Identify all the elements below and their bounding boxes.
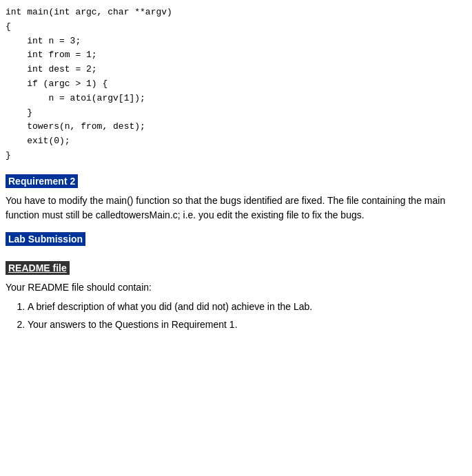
list-item-2: Your answers to the Questions in Require…: [28, 317, 461, 333]
code-line-3: {: [6, 20, 461, 34]
code-line-1: int main(int argc, char **argv): [6, 6, 461, 20]
code-line-5: int n = 3;: [6, 34, 461, 49]
readme-section: README file Your README file should cont…: [6, 258, 461, 333]
code-block: int main(int argc, char **argv) { int n …: [6, 6, 461, 163]
code-line-7: int from = 1;: [6, 48, 461, 63]
code-line-13: n = atoi(argv[1]);: [6, 92, 461, 106]
code-line-15: }: [6, 106, 461, 121]
code-line-9: int dest = 2;: [6, 63, 461, 77]
readme-intro: Your README file should contain:: [6, 280, 461, 295]
code-line-21: }: [6, 149, 461, 163]
lab-submission-section: Lab Submission: [6, 229, 461, 251]
list-item-1: A brief description of what you did (and…: [28, 299, 461, 315]
lab-submission-heading: Lab Submission: [6, 232, 85, 246]
readme-heading: README file: [6, 261, 70, 275]
readme-list: A brief description of what you did (and…: [28, 299, 461, 333]
requirement2-heading: Requirement 2: [6, 174, 78, 188]
requirement2-section: Requirement 2 You have to modify the mai…: [6, 172, 461, 223]
code-line-17: towers(n, from, dest);: [6, 120, 461, 134]
code-line-19: exit(0);: [6, 134, 461, 149]
requirement2-body: You have to modify the main() function s…: [6, 194, 461, 223]
code-line-11: if (argc > 1) {: [6, 77, 461, 92]
